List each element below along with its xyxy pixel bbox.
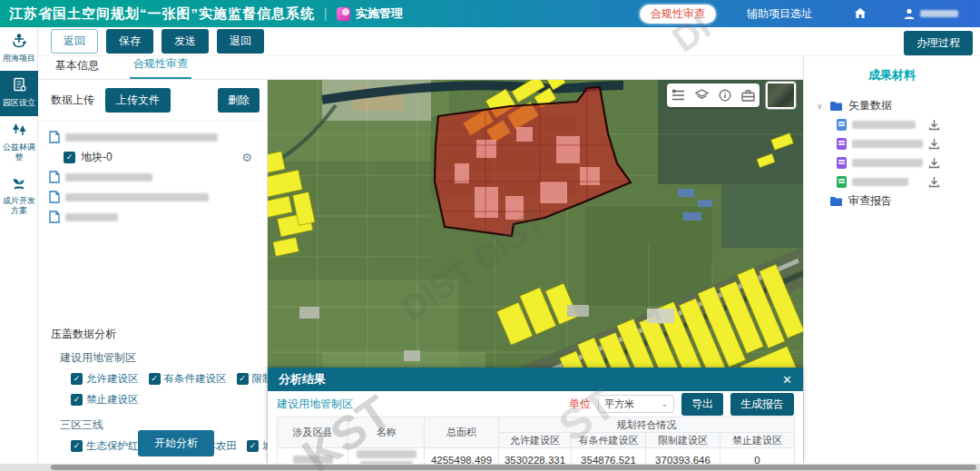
info-icon[interactable] [719,89,731,102]
download-icon[interactable] [928,138,940,150]
col-name: 名称 [348,417,425,448]
file-icon [49,191,60,203]
sidebar-item-label: 公益林调整 [1,142,37,163]
checkbox-icon[interactable] [71,440,83,452]
process-button[interactable]: 办理过程 [904,31,973,55]
tree-file-row[interactable] [804,172,980,191]
file-row[interactable] [49,167,260,187]
file-row[interactable] [49,127,260,147]
chevron-down-icon[interactable]: ∨ [817,102,824,111]
download-icon[interactable] [928,157,940,169]
sidebar-item-sea-projects[interactable]: 用海项目 [0,27,38,71]
user-menu[interactable] [903,7,958,20]
file-icon [49,131,60,143]
tree-folder-vector-data[interactable]: ∨ 矢量数据 [804,96,980,115]
checkbox-forbidden-zone[interactable]: 禁止建设区 [71,393,139,407]
redacted-filename [852,140,923,148]
folder-label: 矢量数据 [848,98,892,113]
file-icon-purple [837,157,847,169]
table-row[interactable]: 4255498.499 3530228.331 354876.521 37039… [278,448,795,465]
generate-report-button[interactable]: 生成报告 [730,393,794,416]
materials-panel: 成果材料 ∨ 矢量数据 [803,56,980,464]
redacted-filename [852,178,908,186]
module-name: 实施管理 [356,5,403,22]
col-total-area: 总面积 [425,417,499,448]
folder-label: 审查报告 [848,193,892,209]
top-header: 江苏省国土空间规划“一张图”实施监督信息系统 | 实施管理 合规性审查 辅助项目… [0,0,980,27]
user-name-redacted [920,10,958,17]
file-icon-green [837,176,847,188]
send-button[interactable]: 发送 [162,29,209,54]
gear-icon[interactable]: ⚙ [241,151,252,164]
data-upload-panel: 数据上传 上传文件 删除 地块-0 ⚙ [38,80,268,464]
col-conditional: 有条件建设区 [572,433,646,448]
file-row[interactable] [49,207,260,227]
checkbox-icon[interactable] [247,440,259,452]
results-controls: 建设用地管制区 单位 平方米 ⌄ 导出 生成报告 [268,391,803,415]
trees-icon [11,123,28,137]
legend-list-icon[interactable] [671,89,685,102]
checkbox-icon[interactable] [149,373,161,385]
cell-forbidden: 0 [720,448,795,465]
basemap-switcher-thumbnail[interactable] [766,82,796,109]
tree-file-row[interactable] [804,134,980,153]
sprout-hand-icon [11,176,27,191]
plot-checkbox[interactable] [64,152,75,163]
tree-folder-review-report[interactable]: 审查报告 [804,191,980,211]
redacted-filename [65,133,218,142]
tab-compliance-review[interactable]: 合规性审查 [130,53,191,79]
download-icon[interactable] [928,176,940,188]
col-region: 涉及区县 [278,417,348,448]
checkbox-icon[interactable] [71,394,83,406]
scrollbar-thumb[interactable] [51,465,976,470]
checkbox-icon[interactable] [71,373,83,385]
reject-button[interactable]: 退回 [217,29,264,54]
home-icon[interactable] [854,7,867,20]
cell-conditional: 354876.521 [572,448,646,465]
toolbox-icon[interactable] [741,90,755,102]
results-header: 分析结果 ✕ [268,368,803,391]
file-icon [49,211,60,223]
download-icon[interactable] [928,119,940,131]
analysis-results-panel: 分析结果 ✕ 建设用地管制区 单位 平方米 ⌄ 导出 生成报告 涉及区县 名称 … [268,368,803,464]
title-divider: | [324,6,328,21]
col-allowed: 允许建设区 [499,433,572,448]
unit-select[interactable]: 平方米 ⌄ [598,395,674,413]
col-group-compliance: 规划符合情况 [499,417,795,433]
checkbox-conditional-zone[interactable]: 有条件建设区 [149,372,227,386]
start-analysis-button[interactable]: 开始分析 [138,430,214,456]
upload-file-button[interactable]: 上传文件 [105,88,171,113]
close-icon[interactable]: ✕ [782,373,792,387]
tab-basic-info[interactable]: 基本信息 [52,54,103,79]
checkbox-icon[interactable] [237,373,249,385]
sidebar-item-forest-adjustment[interactable]: 公益林调整 [0,116,38,171]
app-window: 江苏省国土空间规划“一张图”实施监督信息系统 | 实施管理 合规性审查 辅助项目… [0,0,980,471]
file-row[interactable] [49,187,260,207]
materials-tree: ∨ 矢量数据 [804,96,980,211]
col-restricted: 限制建设区 [646,433,720,448]
delete-button[interactable]: 删除 [218,88,260,113]
plot-row[interactable]: 地块-0 ⚙ [49,147,260,167]
sidebar-item-park-establishment[interactable]: 园区设立 [0,71,38,115]
save-button[interactable]: 保存 [106,29,153,54]
cell-allowed: 3530228.331 [499,448,572,465]
category-link[interactable]: 建设用地管制区 [277,397,353,412]
cell-restricted: 370393.646 [646,448,720,465]
status-badge[interactable]: 合规性审查 [640,5,716,24]
upload-section-label: 数据上传 [51,93,94,108]
back-button[interactable]: 返回 [51,29,98,54]
results-table: 涉及区县 名称 总面积 规划符合情况 允许建设区 有条件建设区 限制建设区 禁止… [277,417,795,464]
tree-file-row[interactable] [804,153,980,172]
tree-file-row[interactable] [804,115,980,134]
uploaded-file-list: 地块-0 ⚙ [38,122,267,227]
sidebar-item-development-plan[interactable]: 成片开发方案 [0,170,38,224]
nav-link-site-selection[interactable]: 辅助项目选址 [747,6,812,22]
redacted-filename [65,213,118,221]
export-button[interactable]: 导出 [681,393,723,416]
layers-icon[interactable] [695,89,709,102]
module-app-icon [337,7,350,21]
cell-total-area: 4255498.499 [425,448,499,465]
sidebar-item-label: 园区设立 [1,98,37,108]
horizontal-scrollbar[interactable] [0,464,980,471]
checkbox-allowed-zone[interactable]: 允许建设区 [71,372,139,386]
